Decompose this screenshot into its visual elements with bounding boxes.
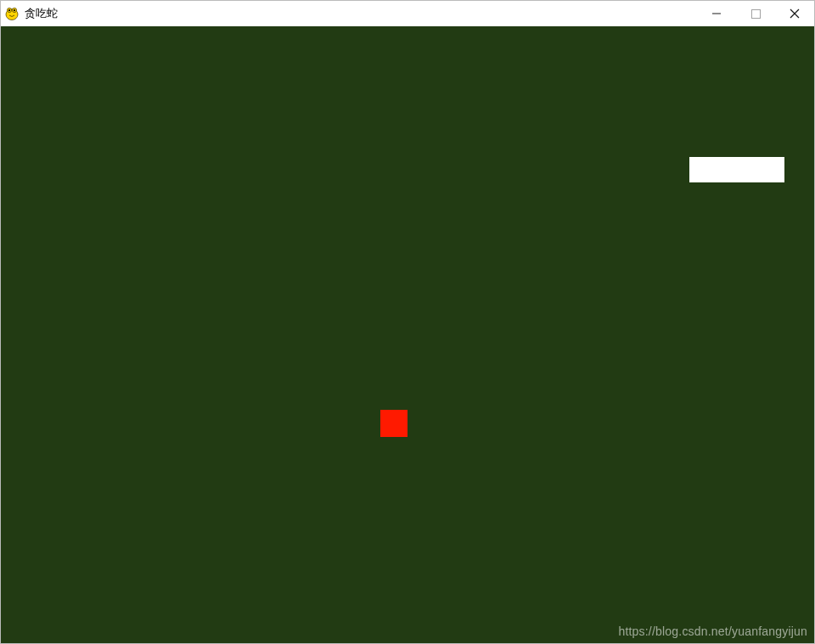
svg-point-4 xyxy=(14,9,15,11)
watermark-text: https://blog.csdn.net/yuanfangyijun xyxy=(618,624,807,638)
application-window: 贪吃蛇 https://blog.csdn.net/yuanfangyijun xyxy=(0,0,815,644)
app-icon xyxy=(4,6,20,21)
game-canvas[interactable]: https://blog.csdn.net/yuanfangyijun xyxy=(1,26,814,643)
svg-point-3 xyxy=(8,9,10,11)
titlebar: 贪吃蛇 xyxy=(1,1,814,26)
minimize-button[interactable] xyxy=(697,1,736,26)
close-button[interactable] xyxy=(775,1,814,26)
snake-body xyxy=(689,157,784,182)
food-block xyxy=(380,410,408,437)
maximize-button[interactable] xyxy=(736,1,775,26)
svg-rect-6 xyxy=(751,9,760,18)
window-title: 贪吃蛇 xyxy=(25,7,58,21)
